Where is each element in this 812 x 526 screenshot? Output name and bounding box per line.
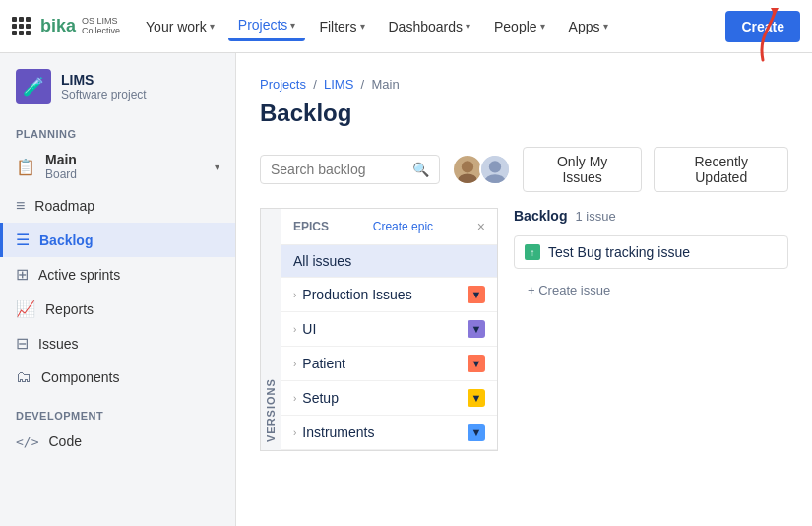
backlog-section: Backlog 1 issue ↑ Test Bug tracking issu… [498, 208, 788, 451]
sidebar-item-components[interactable]: 🗂 Components [0, 361, 235, 394]
issues-label: Issues [38, 336, 78, 352]
chevron-down-icon: ▾ [466, 21, 470, 32]
main-content: Projects / LIMS / Main Backlog 🔍 Only M [236, 53, 812, 526]
roadmap-label: Roadmap [34, 198, 94, 214]
nav-projects[interactable]: Projects ▾ [228, 11, 306, 41]
epic-ui-label: UI [302, 321, 316, 337]
recently-updated-button[interactable]: Recently Updated [654, 147, 788, 192]
chevron-right-icon: › [293, 393, 296, 404]
issue-icon: ↑ [525, 244, 540, 260]
search-box[interactable]: 🔍 [260, 155, 440, 184]
avatar-user2[interactable] [479, 154, 511, 185]
nav-people[interactable]: People ▾ [484, 13, 555, 40]
nav-dashboards[interactable]: Dashboards ▾ [379, 13, 481, 40]
logo-brand: bika [40, 16, 76, 36]
epic-patient[interactable]: › Patient ▼ [281, 347, 497, 381]
project-header: 🧪 LIMS Software project [0, 69, 235, 120]
issues-icon: ⊟ [16, 334, 29, 353]
breadcrumb: Projects / LIMS / Main [260, 77, 788, 92]
topnav: bika OS LIMSCollective Your work ▾ Proje… [0, 0, 812, 53]
backlog-label: Backlog [514, 208, 567, 224]
roadmap-icon: ≡ [16, 197, 25, 215]
arrow-annotation [704, 53, 782, 68]
epic-all-issues[interactable]: All issues [281, 245, 497, 278]
sidebar-item-backlog[interactable]: ☰ Backlog [0, 223, 235, 257]
sidebar-item-code[interactable]: </> Code [0, 426, 235, 457]
chevron-down-icon: ▾ [290, 20, 295, 31]
chevron-down-icon: ▾ [210, 21, 215, 32]
breadcrumb-projects[interactable]: Projects [260, 77, 306, 92]
sidebar-main-label: Main [45, 152, 77, 167]
chevron-down-icon: ▾ [540, 21, 545, 32]
chevron-right-icon: › [293, 427, 296, 438]
project-type: Software project [61, 88, 147, 101]
chevron-right-icon: › [293, 324, 296, 335]
avatar-group [452, 154, 511, 185]
issue-count: 1 issue [575, 209, 615, 224]
close-epics-button[interactable]: × [477, 219, 485, 234]
create-issue-label: + Create issue [528, 283, 610, 297]
chevron-right-icon: › [293, 290, 296, 300]
issue-item[interactable]: ↑ Test Bug tracking issue [514, 235, 788, 269]
nav-your-work[interactable]: Your work ▾ [136, 13, 224, 40]
backlog-header: Backlog 1 issue [514, 208, 788, 224]
main-icon: 📋 [16, 158, 35, 176]
sidebar-item-main[interactable]: 📋 Main Board ▾ [0, 144, 235, 189]
active-sprints-icon: ⊞ [16, 265, 29, 284]
create-epic-link[interactable]: Create epic [373, 220, 433, 233]
project-info: LIMS Software project [61, 72, 147, 101]
active-sprints-label: Active sprints [38, 267, 120, 283]
epic-instruments-label: Instruments [302, 425, 374, 440]
svg-point-1 [458, 173, 476, 185]
code-icon: </> [16, 434, 38, 449]
sidebar-item-issues[interactable]: ⊟ Issues [0, 326, 235, 361]
sidebar-main-sub: Board [45, 167, 77, 181]
sidebar-item-active-sprints[interactable]: ⊞ Active sprints [0, 257, 235, 292]
layout: 🧪 LIMS Software project PLANNING 📋 Main … [0, 53, 812, 526]
epics-title: EPICS [293, 220, 329, 233]
epic-instruments[interactable]: › Instruments ▼ [281, 416, 497, 450]
backlog-label: Backlog [39, 232, 93, 248]
project-name: LIMS [61, 72, 147, 88]
search-input[interactable] [271, 162, 406, 177]
grid-icon [12, 17, 31, 35]
breadcrumb-lims[interactable]: LIMS [324, 77, 353, 92]
only-my-issues-button[interactable]: Only My Issues [523, 147, 643, 192]
sidebar-item-roadmap[interactable]: ≡ Roadmap [0, 189, 235, 223]
code-label: Code [48, 433, 81, 449]
epic-badge-purple: ▼ [468, 320, 485, 338]
epic-badge-orange2: ▼ [468, 355, 485, 372]
epic-setup[interactable]: › Setup ▼ [281, 381, 497, 416]
development-section-label: DEVELOPMENT [0, 402, 235, 426]
reports-label: Reports [45, 301, 94, 317]
components-icon: 🗂 [16, 368, 31, 386]
epic-setup-label: Setup [302, 390, 339, 406]
versions-label[interactable]: VERSIONS [260, 208, 281, 451]
epic-production[interactable]: › Production Issues ▼ [281, 278, 497, 312]
epic-badge-blue: ▼ [468, 424, 485, 441]
create-button[interactable]: Create [725, 11, 800, 42]
toolbar: 🔍 Only My Issues Recently Updated [260, 147, 788, 192]
content-area: VERSIONS EPICS Create epic × All issues … [260, 208, 788, 451]
page-title: Backlog [260, 99, 788, 127]
nav-filters[interactable]: Filters ▾ [309, 13, 374, 40]
chevron-down-icon: ▾ [360, 21, 365, 32]
epic-badge-yellow: ▼ [468, 389, 485, 407]
issue-text: Test Bug tracking issue [548, 244, 690, 260]
epics-header: EPICS Create epic × [281, 209, 497, 245]
epic-ui[interactable]: › UI ▼ [281, 312, 497, 347]
epic-all-label: All issues [293, 253, 351, 269]
chevron-down-icon: ▾ [603, 21, 608, 32]
sidebar-item-reports[interactable]: 📈 Reports [0, 292, 235, 326]
create-issue-button[interactable]: + Create issue [514, 277, 788, 303]
sidebar: 🧪 LIMS Software project PLANNING 📋 Main … [0, 53, 236, 526]
logo[interactable]: bika OS LIMSCollective [12, 16, 120, 36]
epics-panel: EPICS Create epic × All issues › Product… [281, 208, 498, 451]
svg-point-3 [489, 161, 501, 172]
nav-apps[interactable]: Apps ▾ [559, 13, 618, 40]
chevron-right-icon: › [293, 359, 296, 369]
epic-production-label: Production Issues [302, 287, 411, 302]
epic-badge-orange: ▼ [468, 286, 485, 303]
search-icon: 🔍 [412, 162, 429, 177]
logo-subtitle: OS LIMSCollective [82, 17, 120, 36]
